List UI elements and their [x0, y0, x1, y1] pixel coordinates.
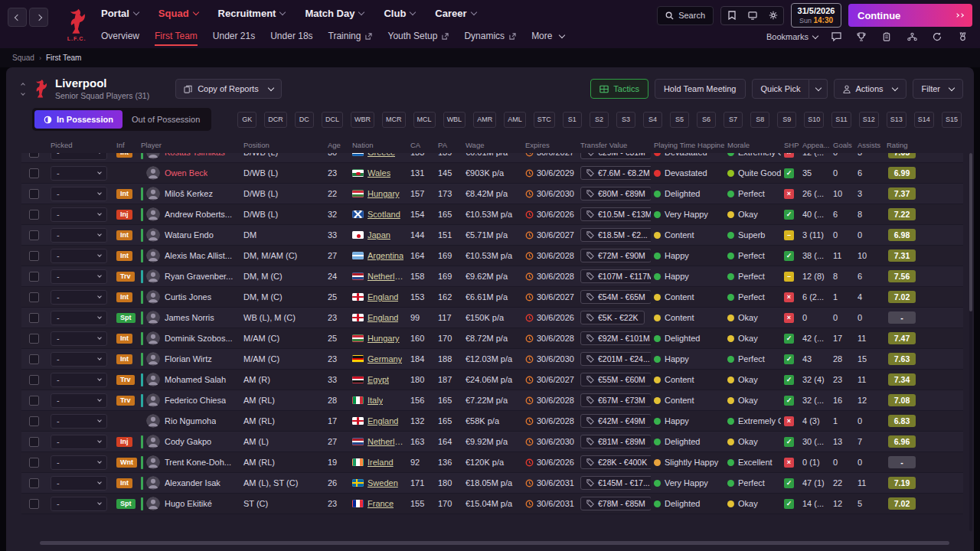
position-slot-dcl[interactable]: DCL — [322, 112, 343, 128]
actions-dropdown[interactable]: Actions — [834, 79, 906, 99]
player-name[interactable]: Florian Wirtz — [165, 354, 212, 364]
position-slot-s2[interactable]: S2 — [590, 112, 609, 128]
position-slot-dc[interactable]: DC — [295, 112, 314, 128]
table-row[interactable]: - Trv Ryan Gravenber... DM, M (C) 24 Net… — [21, 266, 963, 287]
table-row[interactable]: - Wnt Trent Kone-Doh... AM (RL) 19 Irela… — [21, 452, 963, 473]
transfer-value-pill[interactable]: €78M - €85M — [580, 497, 651, 510]
column-header-rating[interactable]: Rating — [884, 141, 917, 149]
table-row[interactable]: - Inj Andrew Roberts... D/WB (L) 32 Scot… — [21, 204, 963, 225]
column-header-appea[interactable]: Appea... — [799, 141, 830, 149]
sync-button[interactable] — [930, 30, 944, 44]
position-slot-s14[interactable]: S14 — [914, 112, 934, 128]
column-header-ca[interactable]: CA — [407, 141, 435, 149]
subnav-youth-setup[interactable]: Youth Setup — [387, 31, 449, 41]
table-row[interactable]: - Int Kostas Tsimikas D/WB (L) 30 Greece… — [21, 153, 963, 163]
nation-link[interactable]: Wales — [368, 168, 390, 178]
picked-dropdown[interactable]: - — [51, 187, 107, 201]
picked-dropdown[interactable]: - — [51, 207, 107, 222]
nav-recruitment[interactable]: Recruitment — [218, 8, 286, 19]
position-slot-s6[interactable]: S6 — [697, 112, 716, 128]
transfer-value-pill[interactable]: €145M - €17... — [580, 476, 651, 490]
picked-dropdown[interactable]: - — [51, 393, 107, 408]
bookmarks-dropdown[interactable]: Bookmarks — [766, 32, 818, 41]
trophy-button[interactable] — [854, 30, 868, 44]
picked-dropdown[interactable]: - — [51, 476, 107, 491]
row-checkbox[interactable] — [29, 251, 39, 261]
player-name[interactable]: Andrew Roberts... — [165, 210, 232, 219]
search-input[interactable]: Search — [657, 6, 714, 25]
row-checkbox[interactable] — [29, 334, 39, 344]
nation-link[interactable]: Hungary — [368, 189, 400, 198]
in-possession-tab[interactable]: In Possession — [34, 110, 122, 129]
picked-dropdown[interactable]: - — [51, 414, 107, 429]
table-row[interactable]: - Int Wataru Endo DM 33 Japan 144 151 €5… — [21, 225, 963, 246]
nation-link[interactable]: Egypt — [368, 375, 389, 384]
org-chart-button[interactable] — [905, 30, 919, 44]
column-header-goals[interactable]: Goals — [830, 141, 854, 149]
transfer-value-pill[interactable]: €42M - €49M — [580, 414, 651, 428]
picked-dropdown[interactable]: - — [51, 373, 107, 387]
back-button[interactable] — [8, 8, 27, 27]
subnav-first-team[interactable]: First Team — [155, 31, 198, 41]
picked-dropdown[interactable]: - — [51, 352, 107, 367]
position-slot-stc[interactable]: STC — [534, 112, 555, 128]
player-name[interactable]: Dominik Szobos... — [165, 334, 233, 343]
nation-link[interactable]: England — [368, 313, 398, 322]
player-name[interactable]: Hugo Ekitiké — [165, 499, 212, 508]
row-checkbox[interactable] — [29, 189, 39, 199]
row-checkbox[interactable] — [29, 230, 39, 240]
player-name[interactable]: Owen Beck — [165, 168, 207, 178]
position-slot-wbl[interactable]: WBL — [443, 112, 466, 128]
nation-link[interactable]: Hungary — [368, 334, 400, 343]
position-slot-s3[interactable]: S3 — [616, 112, 635, 128]
transfer-value-pill[interactable]: €55M - €60M — [580, 373, 651, 386]
breadcrumb-item[interactable]: Squad — [12, 54, 34, 62]
picked-dropdown[interactable]: - — [51, 228, 107, 243]
row-checkbox[interactable] — [29, 153, 39, 158]
nation-link[interactable]: Netherlan... — [368, 272, 407, 281]
table-row[interactable]: - Trv Mohamed Salah AM (R) 33 Egypt 180 … — [21, 370, 963, 390]
picked-dropdown[interactable]: - — [51, 290, 107, 305]
table-row[interactable]: - Int Miloš Kerkez D/WB (L) 22 Hungary 1… — [21, 184, 963, 204]
table-row[interactable]: - Int Dominik Szobos... M/AM (C) 25 Hung… — [21, 328, 963, 349]
picked-dropdown[interactable]: - — [51, 166, 107, 181]
player-name[interactable]: Trent Kone-Doh... — [165, 458, 231, 467]
forward-button[interactable] — [29, 8, 48, 27]
position-slot-aml[interactable]: AML — [504, 112, 526, 128]
position-slot-s8[interactable]: S8 — [750, 112, 769, 128]
column-header-wage[interactable]: Wage — [462, 141, 522, 149]
tactics-button[interactable]: Tactics — [590, 79, 648, 99]
transfer-value-pill[interactable]: €28K - €400K — [580, 455, 651, 469]
player-name[interactable]: Miloš Kerkez — [165, 189, 213, 198]
hold-team-meeting-button[interactable]: Hold Team Meeting — [655, 79, 746, 99]
row-checkbox[interactable] — [29, 478, 39, 488]
horizontal-scrollbar-thumb[interactable] — [40, 541, 949, 545]
row-checkbox[interactable] — [29, 272, 39, 282]
table-row[interactable]: - Int Alexis Mac Allist... DM, M/AM (C) … — [21, 246, 963, 266]
nation-link[interactable]: France — [368, 499, 394, 508]
quick-pick-button[interactable]: Quick Pick — [752, 79, 810, 99]
picked-dropdown[interactable]: - — [51, 311, 107, 325]
player-name[interactable]: Cody Gakpo — [165, 437, 211, 446]
position-slot-s13[interactable]: S13 — [887, 112, 906, 128]
nation-link[interactable]: Sweden — [368, 478, 398, 487]
picked-dropdown[interactable]: - — [51, 435, 107, 449]
player-name[interactable]: Rio Ngumoha — [165, 416, 216, 425]
player-name[interactable]: Alexander Isak — [165, 478, 220, 487]
collapse-control[interactable] — [21, 83, 24, 95]
player-name[interactable]: Curtis Jones — [165, 292, 211, 302]
out-of-possession-tab[interactable]: Out of Possession — [122, 110, 209, 129]
nation-link[interactable]: England — [368, 416, 398, 425]
column-header-age[interactable]: Age — [325, 141, 349, 149]
view-dropdown[interactable]: Copy of Reports — [175, 79, 281, 99]
transfer-value-pill[interactable]: €72M - €90M — [580, 249, 651, 262]
transfer-value-pill[interactable]: €107M - €117M — [580, 269, 651, 283]
player-name[interactable]: Wataru Endo — [165, 230, 214, 240]
player-name[interactable]: Alexis Mac Allist... — [165, 251, 232, 260]
picked-dropdown[interactable]: - — [51, 455, 107, 470]
player-name[interactable]: Kostas Tsimikas — [165, 153, 225, 157]
nav-club[interactable]: Club — [384, 8, 415, 19]
picked-dropdown[interactable]: - — [51, 153, 107, 160]
column-header-position[interactable]: Position — [240, 141, 325, 149]
nav-match-day[interactable]: Match Day — [305, 8, 364, 19]
